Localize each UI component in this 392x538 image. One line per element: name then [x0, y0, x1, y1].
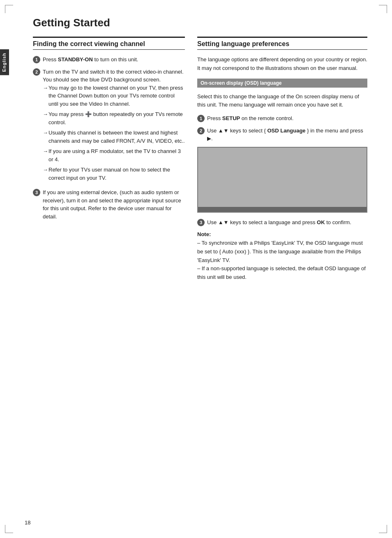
osd-text: Select this to change the language of th… [197, 93, 367, 110]
left-step-3-content: If you are using external device, (such … [43, 188, 185, 220]
right-step-1-num: 1 [197, 115, 205, 122]
left-step-3: 3 If you are using external device, (suc… [33, 188, 185, 220]
right-step-2: 2 Use ▲▼ keys to select { OSD Language }… [197, 127, 367, 143]
note-line-2: – If a non-supported language is selecte… [197, 264, 367, 282]
right-step-2-content: Use ▲▼ keys to select { OSD Language } i… [207, 127, 367, 143]
left-step-2-arrow-1: You may go to the lowest channel on your… [43, 84, 185, 108]
left-step-3-num: 3 [33, 189, 40, 196]
left-step-2-num: 2 [33, 68, 40, 76]
right-step-2-num: 2 [197, 127, 205, 134]
corner-mark-br [379, 525, 387, 533]
corner-mark-tl [5, 5, 13, 13]
left-step-2-arrow-4: If you are using a RF modulator, set the… [43, 147, 185, 163]
left-step-1-content: Press STANDBY-ON to turn on this unit. [43, 56, 185, 64]
left-step-1-num: 1 [33, 56, 40, 63]
corner-mark-bl [5, 525, 13, 533]
right-step-3: 3 Use ▲▼ keys to select a language and p… [197, 218, 367, 227]
screenshot-bottom-bar [198, 207, 367, 212]
note-line-1: – To synchronize with a Philips 'EasyLin… [197, 239, 367, 264]
note-title: Note: [197, 230, 367, 239]
left-section-title: Finding the correct viewing channel [33, 40, 185, 48]
right-section-header: Setting language preferences [197, 37, 367, 50]
left-step-2-arrow-2: You may press ➕ button repeatedly on you… [43, 110, 185, 126]
right-step-1: 1 Press SETUP on the remote control. [197, 114, 367, 123]
left-step-2: 2 Turn on the TV and switch it to the co… [33, 68, 185, 185]
page-title: Getting Started [33, 12, 367, 29]
note-section: Note: – To synchronize with a Philips 'E… [197, 230, 367, 282]
page: English Getting Started Finding the corr… [0, 0, 392, 538]
left-section-header: Finding the correct viewing channel [33, 37, 185, 50]
osd-header: On-screen display (OSD) language [197, 79, 367, 88]
right-step-1-content: Press SETUP on the remote control. [207, 114, 367, 123]
page-number: 18 [25, 519, 30, 526]
right-intro-text: The language options are different depen… [197, 56, 367, 73]
left-step-2-arrow-5: Refer to your TVs user manual on how to … [43, 166, 185, 182]
left-column: Finding the correct viewing channel 1 Pr… [33, 37, 185, 225]
left-step-1: 1 Press STANDBY-ON to turn on this unit. [33, 56, 185, 64]
right-step-3-content: Use ▲▼ keys to select a language and pre… [207, 218, 367, 227]
two-col-layout: Finding the correct viewing channel 1 Pr… [33, 37, 367, 282]
osd-screenshot [197, 147, 367, 213]
sidebar-english-label: English [0, 49, 9, 75]
corner-mark-tr [379, 5, 387, 13]
left-step-2-arrow-3: Usually this channel is between the lowe… [43, 129, 185, 145]
right-section-title: Setting language preferences [197, 40, 367, 48]
left-step-2-content: Turn on the TV and switch it to the corr… [43, 68, 185, 185]
right-step-3-num: 3 [197, 219, 205, 226]
right-column: Setting language preferences The languag… [197, 37, 367, 282]
